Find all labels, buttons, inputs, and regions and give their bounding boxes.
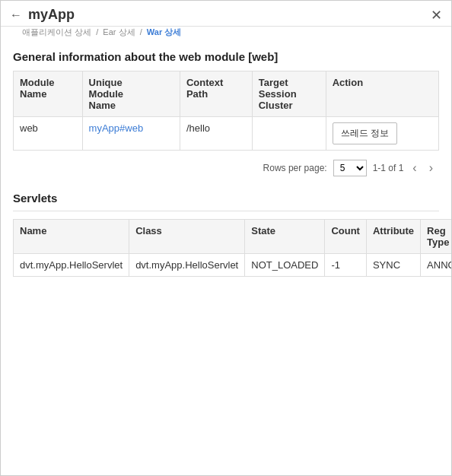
- title-bar: ← myApp ✕: [1, 1, 451, 27]
- servlets-title: Servlets: [13, 192, 439, 205]
- cell-servlet-state: NOT_LOADED: [245, 254, 325, 277]
- cell-servlet-count: -1: [325, 254, 367, 277]
- cell-servlet-name: dvt.myApp.HelloServlet: [14, 254, 129, 277]
- cell-action: 쓰레드 정보: [326, 117, 438, 151]
- cell-context-path: /hello: [180, 117, 252, 151]
- rows-per-page-label: Rows per page:: [263, 163, 327, 173]
- th-servlet-reg-type: RegType: [421, 220, 452, 254]
- web-module-table-header-row: ModuleName UniqueModuleName ContextPath …: [14, 71, 439, 117]
- breadcrumb-ear[interactable]: Ear 상세: [103, 27, 135, 36]
- cell-servlet-class: dvt.myApp.HelloServlet: [129, 254, 245, 277]
- th-servlet-count: Count: [325, 220, 367, 254]
- servlets-table: Name Class State Count Attribute RegType…: [13, 219, 452, 277]
- thread-info-button[interactable]: 쓰레드 정보: [333, 122, 397, 144]
- back-icon[interactable]: ←: [10, 8, 22, 22]
- cell-unique-module-name: myApp#web: [82, 117, 180, 151]
- servlet-row: dvt.myApp.HelloServlet dvt.myApp.HelloSe…: [14, 254, 453, 277]
- th-unique-module-name: UniqueModuleName: [82, 71, 180, 117]
- th-servlet-name: Name: [14, 220, 129, 254]
- servlets-header-row: Name Class State Count Attribute RegType…: [14, 220, 453, 254]
- breadcrumb-war: War 상세: [147, 27, 181, 36]
- main-window: ← myApp ✕ 애플리케이션 상세 / Ear 상세 / War 상세 Ge…: [0, 0, 452, 476]
- th-servlet-state: State: [245, 220, 325, 254]
- cell-servlet-reg-type: ANNOTATION: [421, 254, 452, 277]
- unique-module-link[interactable]: myApp#web: [89, 122, 144, 134]
- pagination: Rows per page: 5 10 20 1-1 of 1 ‹ ›: [13, 151, 439, 186]
- web-module-table: ModuleName UniqueModuleName ContextPath …: [13, 71, 439, 151]
- servlets-divider: [13, 211, 439, 211]
- breadcrumb: 애플리케이션 상세 / Ear 상세 / War 상세: [22, 27, 451, 38]
- app-title: myApp: [28, 7, 75, 23]
- th-context-path: ContextPath: [180, 71, 252, 117]
- close-icon[interactable]: ✕: [431, 8, 442, 22]
- servlets-section: Servlets Name Class State Count Attribut…: [13, 192, 439, 277]
- th-target-session-cluster: TargetSessionCluster: [252, 71, 326, 117]
- th-servlet-attribute: Attribute: [366, 220, 420, 254]
- th-module-name: ModuleName: [14, 71, 83, 117]
- next-page-button[interactable]: ›: [426, 161, 436, 175]
- th-action: Action: [326, 71, 438, 117]
- content-area: General information about the web module…: [1, 43, 451, 284]
- cell-target-session-cluster: [252, 117, 326, 151]
- th-servlet-class: Class: [129, 220, 245, 254]
- title-left: ← myApp: [10, 7, 75, 23]
- web-module-title: General information about the web module…: [13, 50, 439, 63]
- prev-page-button[interactable]: ‹: [409, 161, 419, 175]
- web-module-row: web myApp#web /hello 쓰레드 정보: [14, 117, 439, 151]
- cell-module-name: web: [14, 117, 83, 151]
- cell-servlet-attribute: SYNC: [366, 254, 420, 277]
- breadcrumb-app[interactable]: 애플리케이션 상세: [22, 27, 91, 36]
- page-info: 1-1 of 1: [373, 163, 404, 173]
- rows-per-page-select[interactable]: 5 10 20: [333, 160, 367, 176]
